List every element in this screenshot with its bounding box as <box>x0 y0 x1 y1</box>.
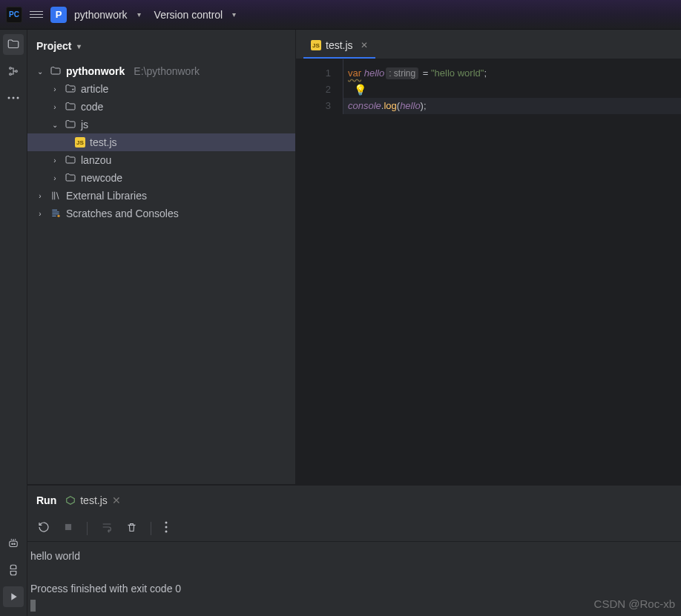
tree-label: newcode <box>81 172 122 184</box>
line-number: 3 <box>296 98 343 114</box>
editor-tab-test-js[interactable]: JS test.js ✕ <box>303 35 375 59</box>
bulb-icon[interactable]: 💡 <box>354 84 366 96</box>
console-caret <box>30 600 36 612</box>
tree-folder-code[interactable]: › code <box>27 98 295 116</box>
chevron-down-icon[interactable]: ▾ <box>77 42 81 50</box>
project-panel-header[interactable]: Project ▾ <box>27 30 295 62</box>
ide-logo: PC <box>6 7 22 23</box>
library-icon <box>50 190 62 202</box>
run-toolbar <box>27 515 681 542</box>
tree-external-libraries[interactable]: › External Libraries <box>27 187 295 205</box>
play-icon <box>7 591 19 603</box>
folder-icon <box>65 83 76 95</box>
tree-label: Scratches and Consoles <box>66 208 179 219</box>
stop-button[interactable] <box>63 522 73 534</box>
code-line[interactable]: var hello: string = "hello world"; <box>343 65 681 82</box>
svg-point-9 <box>73 89 73 90</box>
project-tool-button[interactable] <box>3 34 24 55</box>
close-tab-button[interactable]: ✕ <box>361 40 368 50</box>
run-panel: Run test.js ✕ hello world Process finish… <box>27 485 681 616</box>
folder-icon <box>65 172 76 184</box>
expand-toggle[interactable]: › <box>50 103 60 111</box>
tree-file-test-js[interactable]: JS test.js <box>27 133 295 151</box>
tab-label: test.js <box>326 39 353 51</box>
chevron-down-icon[interactable]: ▾ <box>232 10 236 19</box>
left-tool-strip <box>0 30 27 616</box>
svg-point-4 <box>13 97 15 99</box>
chevron-down-icon[interactable]: ▾ <box>137 10 141 19</box>
structure-icon <box>7 65 19 77</box>
tree-folder-article[interactable]: › article <box>27 80 295 98</box>
ai-tool-button[interactable] <box>3 533 24 554</box>
svg-point-13 <box>165 522 168 524</box>
scratches-icon <box>50 208 62 219</box>
project-name[interactable]: pythonwork <box>74 9 128 21</box>
expand-toggle[interactable]: › <box>35 192 45 200</box>
editor-tab-bar: JS test.js ✕ <box>296 30 681 59</box>
expand-toggle[interactable]: › <box>50 85 60 93</box>
tree-path: E:\pythonwork <box>134 65 200 77</box>
project-tree[interactable]: ⌄ pythonwork E:\pythonwork › article › c… <box>27 62 295 222</box>
dots-icon <box>7 96 19 99</box>
editor-area: JS test.js ✕ 1 2 3 var hello: string = "… <box>296 30 681 485</box>
tree-label: pythonwork <box>66 65 125 77</box>
project-panel: Project ▾ ⌄ pythonwork E:\pythonwork › a… <box>27 30 296 485</box>
svg-point-5 <box>17 97 19 99</box>
soft-wrap-button[interactable] <box>101 521 113 535</box>
run-config-tab[interactable]: test.js ✕ <box>65 494 121 506</box>
run-config-name: test.js <box>80 494 108 506</box>
expand-toggle[interactable]: › <box>50 156 60 165</box>
svg-point-1 <box>10 73 12 76</box>
tree-folder-newcode[interactable]: › newcode <box>27 169 295 187</box>
js-file-icon: JS <box>75 137 85 148</box>
folder-icon <box>65 119 76 130</box>
svg-marker-11 <box>67 497 75 505</box>
svg-point-8 <box>14 543 16 545</box>
run-tool-label[interactable]: Run <box>36 494 56 506</box>
rerun-button[interactable] <box>38 521 50 535</box>
svg-rect-6 <box>10 541 18 547</box>
svg-point-15 <box>165 531 168 533</box>
tree-label: lanzou <box>81 154 111 166</box>
expand-toggle[interactable]: › <box>50 174 60 182</box>
tree-label: article <box>81 83 108 95</box>
more-actions-button[interactable] <box>165 521 168 535</box>
source[interactable]: var hello: string = "hello world"; 💡 con… <box>343 59 681 114</box>
close-icon[interactable]: ✕ <box>112 494 121 506</box>
expand-toggle[interactable]: › <box>35 210 45 218</box>
more-tools-button[interactable] <box>3 87 24 108</box>
console-output: Process finished with exit code 0 <box>30 580 678 597</box>
python-console-button[interactable] <box>3 560 24 580</box>
expand-toggle[interactable]: ⌄ <box>35 67 45 76</box>
version-control-menu[interactable]: Version control <box>154 9 223 21</box>
structure-tool-button[interactable] <box>3 61 24 82</box>
code-editor[interactable]: 1 2 3 var hello: string = "hello world";… <box>296 59 681 114</box>
bot-icon <box>7 537 20 550</box>
tree-scratches[interactable]: › Scratches and Consoles <box>27 205 295 222</box>
python-icon <box>7 563 20 577</box>
svg-point-7 <box>12 543 13 545</box>
line-number: 1 <box>296 65 343 82</box>
svg-point-2 <box>16 70 18 73</box>
tree-root[interactable]: ⌄ pythonwork E:\pythonwork <box>27 62 295 80</box>
svg-point-14 <box>165 526 168 529</box>
code-line[interactable]: 💡 <box>343 82 681 98</box>
code-line[interactable]: console.log(hello); <box>343 98 681 114</box>
tree-folder-js[interactable]: ⌄ js <box>27 116 295 133</box>
run-console[interactable]: hello world Process finished with exit c… <box>27 542 681 616</box>
expand-toggle[interactable]: ⌄ <box>50 121 60 129</box>
gutter: 1 2 3 <box>296 59 343 114</box>
tree-label: test.js <box>90 136 117 148</box>
line-number: 2 <box>296 82 343 98</box>
svg-point-10 <box>57 215 59 217</box>
tree-label: External Libraries <box>66 190 147 202</box>
folder-icon <box>7 38 20 51</box>
console-output: hello world <box>30 548 678 564</box>
clear-button[interactable] <box>126 522 137 535</box>
watermark: CSDN @Roc-xb <box>594 597 675 610</box>
tree-folder-lanzou[interactable]: › lanzou <box>27 151 295 169</box>
top-bar: PC P pythonwork ▾ Version control ▾ <box>0 0 681 30</box>
project-panel-title: Project <box>36 40 71 52</box>
main-menu-button[interactable] <box>30 11 43 18</box>
run-tool-button[interactable] <box>3 586 24 607</box>
